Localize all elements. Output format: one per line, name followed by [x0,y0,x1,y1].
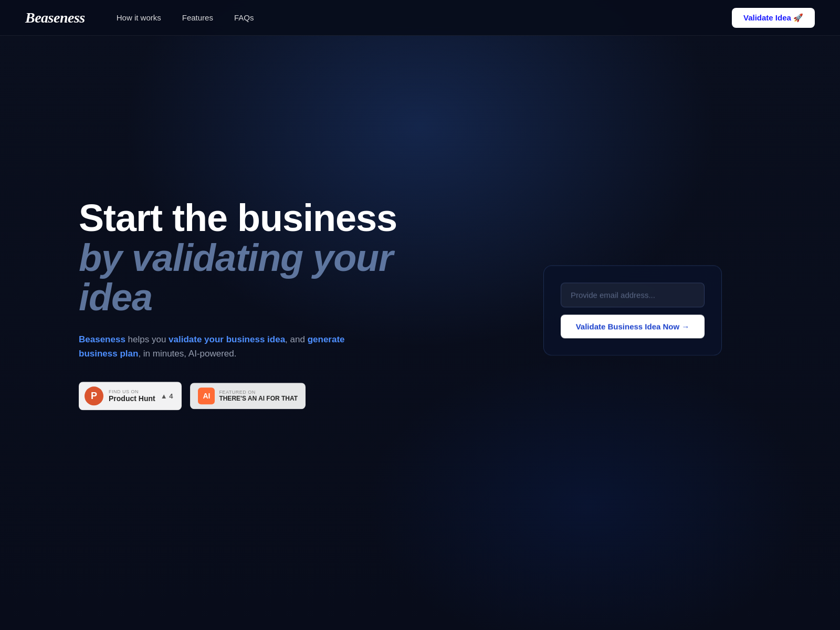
ph-name-label: Product Hunt [109,394,155,403]
hero-description: Beaseness helps you validate your busine… [79,332,352,361]
ph-upvotes-count: ▲ 4 [161,392,173,400]
hero-card: Validate Business Idea Now → [543,265,722,355]
hero-section: Start the business by validating your id… [0,0,840,630]
product-hunt-icon: P [85,386,103,405]
hero-content: Start the business by validating your id… [79,198,446,410]
desc-end: , in minutes, AI-powered. [138,349,236,359]
badges-container: P FIND US ON Product Hunt ▲ 4 AI FEATURE… [79,382,446,410]
email-input[interactable] [561,282,705,307]
desc-middle: helps you [125,334,169,344]
product-hunt-badge[interactable]: P FIND US ON Product Hunt ▲ 4 [79,382,182,410]
desc-bold1: validate your business idea [169,334,285,344]
there-badge[interactable]: AI FEATURED ON THERE'S AN AI FOR THAT [190,383,306,409]
nav-links: How it works Features FAQs [117,13,732,22]
logo[interactable]: Beaseness [25,9,85,26]
there-text: FEATURED ON THERE'S AN AI FOR THAT [219,390,298,402]
there-icon: AI [198,387,215,404]
nav-cta-button[interactable]: Validate Idea 🚀 [732,8,815,28]
navbar: Beaseness How it works Features FAQs Val… [0,0,840,36]
brand-name: Beaseness [79,334,125,344]
validate-button[interactable]: Validate Business Idea Now → [561,314,705,338]
product-hunt-text: FIND US ON Product Hunt [109,389,155,403]
hero-title-line1: Start the business [79,198,446,238]
nav-how-it-works[interactable]: How it works [117,13,161,22]
there-featured-label: FEATURED ON [219,390,298,395]
nav-features[interactable]: Features [182,13,213,22]
nav-faqs[interactable]: FAQs [234,13,254,22]
there-name-label: THERE'S AN AI FOR THAT [219,395,298,402]
ph-find-us-label: FIND US ON [109,389,155,394]
desc-comma: , and [285,334,308,344]
hero-title-line2: by validating your idea [79,238,446,318]
